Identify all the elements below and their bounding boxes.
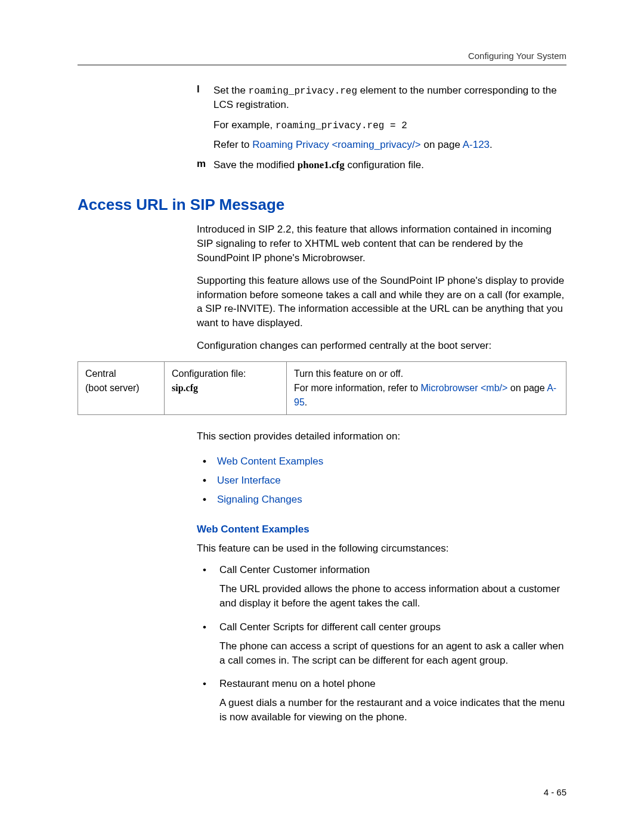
page-header-right: Configuring Your System	[78, 51, 566, 61]
step-m-suffix: configuration file.	[345, 159, 424, 171]
example-0-desc: The URL provided allows the phone to acc…	[219, 582, 566, 611]
table-cell-central: Central (boot server)	[78, 361, 165, 414]
step-l-example-code: roaming_privacy.reg = 2	[275, 120, 407, 131]
link-user-interface[interactable]: User Interface	[217, 475, 281, 486]
example-item-0: Call Center Customer information The URL…	[203, 564, 566, 611]
examples-list: Call Center Customer information The URL…	[197, 564, 566, 724]
central-l1: Central	[85, 368, 116, 379]
page-link-a123[interactable]: A-123	[463, 139, 490, 150]
page-number: 4 - 65	[544, 787, 566, 797]
microbrowser-link[interactable]: Microbrowser <mb/>	[421, 383, 508, 393]
section-para-1: Introduced in SIP 2.2, this feature that…	[197, 222, 566, 265]
config-table: Central (boot server) Configuration file…	[78, 361, 566, 415]
step-l-prefix: Set the	[213, 85, 249, 96]
step-m-bold: phone1.cfg	[298, 159, 345, 171]
central-l2: (boot server)	[85, 383, 140, 393]
example-1-desc: The phone can access a script of questio…	[219, 639, 566, 668]
detail-links: Web Content Examples User Interface Sign…	[197, 452, 566, 510]
detail-intro: This section provides detailed informati…	[197, 429, 566, 444]
step-marker-l: l	[197, 83, 213, 112]
roaming-privacy-link[interactable]: Roaming Privacy <roaming_privacy/>	[252, 139, 421, 150]
step-l-example-prefix: For example,	[213, 119, 275, 131]
desc-l2-pre: For more information, refer to	[294, 383, 421, 393]
refer-end: .	[490, 139, 493, 150]
step-m-prefix: Save the modified	[213, 159, 298, 171]
step-marker-m: m	[197, 158, 213, 172]
example-item-1: Call Center Scripts for different call c…	[203, 621, 566, 668]
step-l-example: For example, roaming_privacy.reg = 2	[213, 118, 566, 132]
link-web-content-examples[interactable]: Web Content Examples	[217, 456, 323, 467]
example-2-desc: A guest dials a number for the restauran…	[219, 696, 566, 724]
cfg-l1: Configuration file:	[172, 368, 246, 379]
refer-mid: on page	[421, 139, 463, 150]
example-0-title: Call Center Customer information	[219, 564, 566, 576]
desc-l1: Turn this feature on or off.	[294, 368, 403, 379]
step-l-code: roaming_privacy.reg	[249, 86, 357, 97]
table-cell-desc: Turn this feature on or off. For more in…	[287, 361, 566, 414]
step-m-text: Save the modified phone1.cfg configurati…	[213, 158, 424, 172]
step-l-text: Set the roaming_privacy.reg element to t…	[213, 83, 566, 112]
example-item-2: Restaurant menu on a hotel phone A guest…	[203, 678, 566, 724]
section-heading: Access URL in SIP Message	[78, 196, 566, 214]
step-l-refer: Refer to Roaming Privacy <roaming_privac…	[213, 139, 566, 151]
example-2-title: Restaurant menu on a hotel phone	[219, 678, 566, 690]
header-rule	[78, 64, 566, 66]
table-cell-configfile: Configuration file: sip.cfg	[165, 361, 287, 414]
refer-prefix: Refer to	[213, 139, 252, 150]
cfg-l2: sip.cfg	[172, 383, 198, 393]
section-para-2: Supporting this feature allows use of th…	[197, 274, 566, 330]
web-content-examples-intro: This feature can be used in the followin…	[197, 541, 566, 556]
step-m: m Save the modified phone1.cfg configura…	[197, 158, 566, 172]
link-signaling-changes[interactable]: Signaling Changes	[217, 494, 302, 505]
web-content-examples-heading: Web Content Examples	[197, 524, 566, 535]
desc-l2-end: .	[305, 397, 307, 407]
step-l: l Set the roaming_privacy.reg element to…	[197, 83, 566, 112]
desc-l2-mid: on page	[507, 383, 547, 393]
example-1-title: Call Center Scripts for different call c…	[219, 621, 566, 633]
section-para-3: Configuration changes can performed cent…	[197, 339, 566, 353]
